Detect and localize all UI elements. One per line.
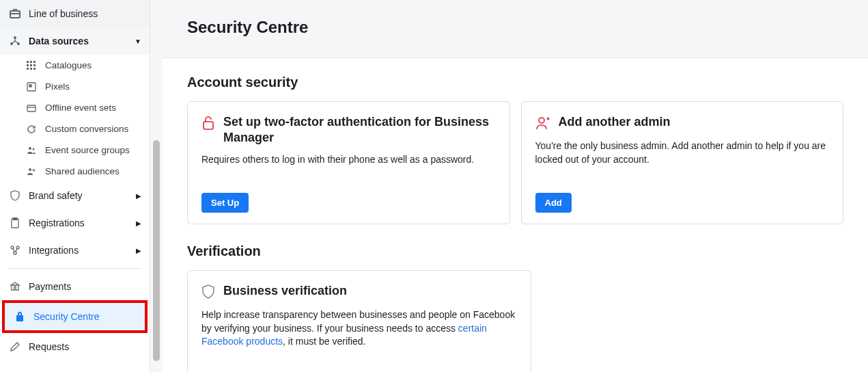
sidebar-label: Payments <box>29 281 141 292</box>
briefcase-icon <box>8 9 22 18</box>
svg-rect-6 <box>27 64 29 66</box>
card-business-verification: Business verification Help increase tran… <box>187 270 531 372</box>
card-title: Set up two-factor authentication for Bus… <box>223 114 496 146</box>
sidebar-label: Custom conversions <box>45 124 128 134</box>
sidebar-sub-pixels[interactable]: Pixels <box>0 76 150 97</box>
share-people-icon <box>25 167 38 176</box>
offline-events-icon <box>25 103 38 113</box>
sidebar-label: Pixels <box>45 81 70 92</box>
lock-icon <box>13 311 27 322</box>
sidebar-divider <box>8 268 141 269</box>
svg-rect-13 <box>29 85 31 87</box>
scrollbar-track[interactable] <box>150 0 163 372</box>
data-sources-icon <box>8 36 22 46</box>
svg-rect-14 <box>27 105 36 111</box>
card-add-admin: Add another admin You're the only busine… <box>521 101 844 224</box>
sidebar-label: Catalogues <box>45 60 92 70</box>
sidebar-sub-event-source-groups[interactable]: Event source groups <box>0 140 150 161</box>
shield-icon <box>8 190 22 201</box>
svg-rect-8 <box>33 64 36 66</box>
svg-rect-19 <box>13 218 17 220</box>
refresh-icon <box>25 124 38 134</box>
card-title: Business verification <box>223 283 347 299</box>
sidebar-item-security-centre[interactable]: Security Centre <box>5 303 145 330</box>
grid-icon <box>25 61 38 70</box>
add-button[interactable]: Add <box>535 193 572 213</box>
svg-rect-7 <box>30 64 32 66</box>
svg-rect-4 <box>30 61 32 63</box>
svg-rect-11 <box>33 68 36 70</box>
account-security-cards: Set up two-factor authentication for Bus… <box>187 101 843 224</box>
scrollbar-thumb[interactable] <box>153 140 160 361</box>
sidebar-label: Integrations <box>29 245 136 256</box>
pen-icon <box>8 341 22 352</box>
card-description: You're the only business admin. Add anot… <box>535 140 830 166</box>
chevron-down-icon: ▼ <box>135 38 141 45</box>
svg-rect-10 <box>30 68 32 70</box>
svg-rect-5 <box>33 61 36 63</box>
sidebar-label: Brand safety <box>29 190 136 201</box>
card-title: Add another admin <box>559 114 671 130</box>
sidebar-label: Shared audiences <box>45 166 120 176</box>
sidebar-item-registrations[interactable]: Registrations ▶ <box>0 209 150 237</box>
sidebar-label: Requests <box>29 341 141 352</box>
sidebar-item-requests[interactable]: Requests <box>0 333 150 360</box>
chevron-right-icon: ▶ <box>136 247 141 254</box>
card-two-factor: Set up two-factor authentication for Bus… <box>187 101 510 224</box>
page-header: Security Centre <box>163 0 868 58</box>
sidebar-sub-custom-conversions[interactable]: Custom conversions <box>0 118 150 140</box>
section-title-verification: Verification <box>187 243 843 259</box>
svg-point-15 <box>29 147 31 150</box>
sidebar-label: Offline event sets <box>45 103 116 113</box>
svg-point-17 <box>29 168 31 171</box>
sidebar-item-payments[interactable]: Payments <box>0 273 150 300</box>
sidebar-label: Registrations <box>29 217 136 228</box>
sidebar: Line of business Data sources ▼ Catalogu… <box>0 0 150 372</box>
sidebar-item-line-of-business[interactable]: Line of business <box>0 0 150 27</box>
clipboard-icon <box>8 217 22 228</box>
svg-point-0 <box>14 36 16 39</box>
sidebar-sub-offline-event-sets[interactable]: Offline event sets <box>0 97 150 118</box>
shield-outline-icon <box>201 284 215 302</box>
highlight-annotation: Security Centre <box>2 300 148 333</box>
page-title: Security Centre <box>187 18 843 37</box>
sidebar-label: Data sources <box>29 36 135 46</box>
sidebar-sub-shared-audiences[interactable]: Shared audiences <box>0 161 150 182</box>
sidebar-label: Security Centre <box>33 311 137 322</box>
sidebar-item-data-sources[interactable]: Data sources ▼ <box>0 27 150 55</box>
integrations-icon <box>8 245 22 256</box>
set-up-button[interactable]: Set Up <box>201 193 249 213</box>
sidebar-label: Line of business <box>29 8 141 19</box>
sidebar-label: Event source groups <box>45 145 130 155</box>
content-area: Account security Set up two-factor authe… <box>163 58 868 372</box>
sidebar-sub-catalogues[interactable]: Catalogues <box>0 55 150 76</box>
people-icon <box>25 146 38 155</box>
chevron-right-icon: ▶ <box>136 192 141 200</box>
pixel-icon <box>25 82 38 92</box>
sidebar-item-integrations[interactable]: Integrations ▶ <box>0 237 150 264</box>
svg-point-16 <box>33 148 35 150</box>
main-content: Security Centre Account security Set up … <box>163 0 868 372</box>
svg-point-22 <box>14 252 16 254</box>
sidebar-item-brand-safety[interactable]: Brand safety ▶ <box>0 182 150 209</box>
verification-cards: Business verification Help increase tran… <box>187 270 843 372</box>
svg-rect-9 <box>27 68 29 70</box>
person-alert-icon <box>535 116 550 133</box>
lock-open-icon <box>201 116 215 133</box>
card-description: Help increase transparency between busin… <box>201 308 517 349</box>
svg-point-24 <box>539 118 544 123</box>
svg-rect-23 <box>204 122 213 129</box>
svg-rect-3 <box>27 61 29 63</box>
desc-text: , it must be verified. <box>283 336 365 347</box>
bank-icon <box>8 281 22 292</box>
section-title-account-security: Account security <box>187 75 843 90</box>
card-description: Requires others to log in with their pho… <box>201 153 496 167</box>
chevron-right-icon: ▶ <box>136 220 141 227</box>
